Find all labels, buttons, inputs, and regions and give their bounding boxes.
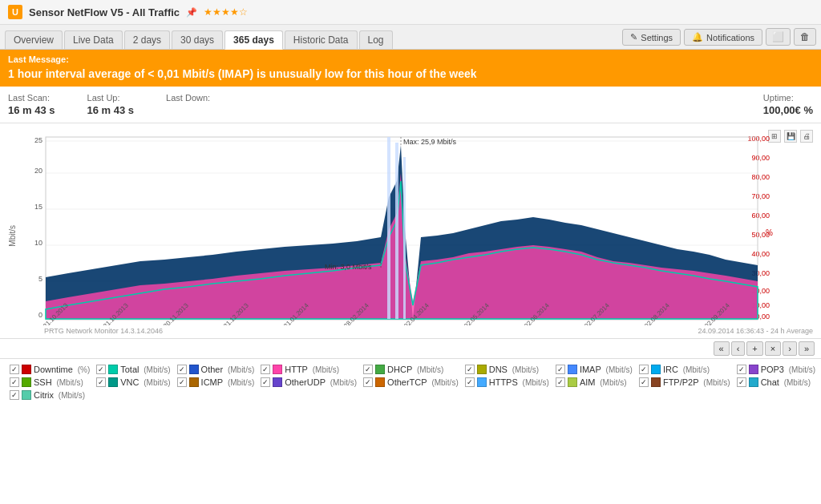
legend-item-imap: IMAP (Mbit/s) xyxy=(552,364,636,375)
legend-color-imap xyxy=(568,365,577,374)
legend-name-citrix: Citrix xyxy=(34,390,54,400)
svg-text:15: 15 xyxy=(34,203,42,211)
legend-check-vnc[interactable] xyxy=(96,377,106,387)
legend-check-downtime[interactable] xyxy=(10,365,19,374)
legend-check-aim[interactable] xyxy=(556,377,565,387)
chart-footer: PRTG Network Monitor 14.3.14.2046 24.09.… xyxy=(20,327,813,338)
legend-name-dns: DNS xyxy=(489,365,508,374)
page-last-button[interactable]: » xyxy=(799,341,815,356)
settings-button[interactable]: ✎ Settings xyxy=(622,29,681,46)
legend-name-irc: IRC xyxy=(663,365,678,374)
svg-rect-28 xyxy=(387,137,390,319)
last-scan-value: 16 m 43 s xyxy=(8,104,55,116)
legend-item-dhcp: DHCP (Mbit/s) xyxy=(360,364,462,375)
page-plus-button[interactable]: + xyxy=(746,341,762,356)
page-close-button[interactable]: × xyxy=(765,341,781,356)
legend-color-irc xyxy=(651,365,661,374)
notifications-button[interactable]: 🔔 Notifications xyxy=(684,29,762,46)
legend-unit-otherudp: (Mbit/s) xyxy=(328,378,357,387)
delete-button[interactable]: 🗑 xyxy=(794,28,816,46)
svg-text:0: 0 xyxy=(38,311,42,319)
legend-item-otherudp: OtherUDP (Mbit/s) xyxy=(257,377,360,388)
star-rating[interactable]: ★★★★☆ xyxy=(204,6,248,18)
legend-check-icmp[interactable] xyxy=(177,377,187,387)
legend-color-pop3 xyxy=(749,365,758,374)
legend-name-aim: AIM xyxy=(580,377,596,387)
last-up-label: Last Up: xyxy=(87,93,135,103)
legend-check-https[interactable] xyxy=(465,377,475,387)
svg-text:%: % xyxy=(766,228,773,237)
legend-item-othertcp: OtherTCP (Mbit/s) xyxy=(360,377,462,388)
legend-color-https xyxy=(477,377,487,387)
last-down-label: Last Down: xyxy=(166,93,210,103)
svg-text:70,00: 70,00 xyxy=(751,192,770,200)
legend-color-othertcp xyxy=(375,377,385,387)
legend-unit-dhcp: (Mbit/s) xyxy=(415,365,443,374)
tab-historic[interactable]: Historic Data xyxy=(285,30,358,49)
last-up-value: 16 m 43 s xyxy=(87,104,135,116)
legend-check-irc[interactable] xyxy=(639,365,649,374)
nav-right-buttons: ✎ Settings 🔔 Notifications ⬜ 🗑 xyxy=(622,28,816,49)
page-first-button[interactable]: « xyxy=(714,341,730,356)
tab-log[interactable]: Log xyxy=(359,30,393,49)
legend-item-irc: IRC (Mbit/s) xyxy=(636,364,734,375)
legend-check-citrix[interactable] xyxy=(10,390,19,400)
legend-color-aim xyxy=(568,377,577,387)
tab-30days[interactable]: 30 days xyxy=(172,30,223,49)
legend-item-ftpp2p: FTP/P2P (Mbit/s) xyxy=(636,377,734,388)
legend-check-dns[interactable] xyxy=(465,365,475,374)
legend-name-total: Total xyxy=(120,365,139,374)
legend-check-othertcp[interactable] xyxy=(363,377,373,387)
legend-color-citrix xyxy=(22,390,31,400)
legend-item-downtime: Downtime (%) xyxy=(6,364,93,375)
legend-unit-dns: (Mbit/s) xyxy=(510,365,539,374)
svg-text:10: 10 xyxy=(34,239,42,247)
legend-check-total[interactable] xyxy=(96,365,106,374)
legend-name-http: HTTP xyxy=(285,365,308,374)
last-scan-label: Last Scan: xyxy=(8,93,55,103)
legend-color-vnc xyxy=(108,377,118,387)
settings-label: Settings xyxy=(641,33,673,42)
svg-text:Max: 25,9 Mbit/s: Max: 25,9 Mbit/s xyxy=(403,138,457,146)
tab-live-data[interactable]: Live Data xyxy=(64,30,123,49)
legend-check-ssh[interactable] xyxy=(10,377,19,387)
legend-unit-aim: (Mbit/s) xyxy=(597,378,626,387)
last-scan-stat: Last Scan: 16 m 43 s xyxy=(8,93,55,116)
legend-check-pop3[interactable] xyxy=(737,365,746,374)
legend-color-other xyxy=(189,365,199,374)
legend-check-dhcp[interactable] xyxy=(363,365,373,374)
tab-overview[interactable]: Overview xyxy=(5,30,63,49)
svg-text:20: 20 xyxy=(34,167,42,175)
chart-footer-right: 24.09.2014 16:36:43 - 24 h Average xyxy=(698,327,813,335)
legend-check-chat[interactable] xyxy=(737,377,746,387)
svg-text:5: 5 xyxy=(38,275,42,283)
legend-item-total: Total (Mbit/s) xyxy=(93,364,173,375)
legend-color-icmp xyxy=(189,377,199,387)
chart-svg-area[interactable]: 100,00 90,00 80,00 70,00 60,00 50,00 40,… xyxy=(20,133,813,338)
legend-check-otherudp[interactable] xyxy=(261,377,270,387)
tab-2days[interactable]: 2 days xyxy=(124,30,170,49)
legend-unit-imap: (Mbit/s) xyxy=(604,365,633,374)
legend-name-chat: Chat xyxy=(761,377,779,387)
legend-check-ftpp2p[interactable] xyxy=(639,377,649,387)
legend-check-other[interactable] xyxy=(177,365,187,374)
legend-color-http xyxy=(273,365,282,374)
legend-check-http[interactable] xyxy=(261,365,270,374)
last-down-stat: Last Down: xyxy=(166,93,210,116)
legend-name-ssh: SSH xyxy=(34,377,52,387)
legend-name-dhcp: DHCP xyxy=(387,365,412,374)
last-up-stat: Last Up: 16 m 43 s xyxy=(87,93,135,116)
page-prev-button[interactable]: ‹ xyxy=(731,341,746,356)
legend-unit-icmp: (Mbit/s) xyxy=(225,378,254,387)
legend-color-chat xyxy=(749,377,758,387)
legend-name-pop3: POP3 xyxy=(761,365,784,374)
u-logo: U xyxy=(8,5,22,19)
stats-row: Last Scan: 16 m 43 s Last Up: 16 m 43 s … xyxy=(0,87,821,123)
legend-grid: Downtime (%) Total (Mbit/s) Other (Mbit/… xyxy=(6,364,821,401)
tab-365days[interactable]: 365 days xyxy=(224,30,283,50)
legend-container: Downtime (%) Total (Mbit/s) Other (Mbit/… xyxy=(0,358,821,421)
legend-name-ftpp2p: FTP/P2P xyxy=(663,377,699,387)
screen-button[interactable]: ⬜ xyxy=(766,28,791,46)
legend-check-imap[interactable] xyxy=(556,365,565,374)
page-next-button[interactable]: › xyxy=(783,341,797,356)
